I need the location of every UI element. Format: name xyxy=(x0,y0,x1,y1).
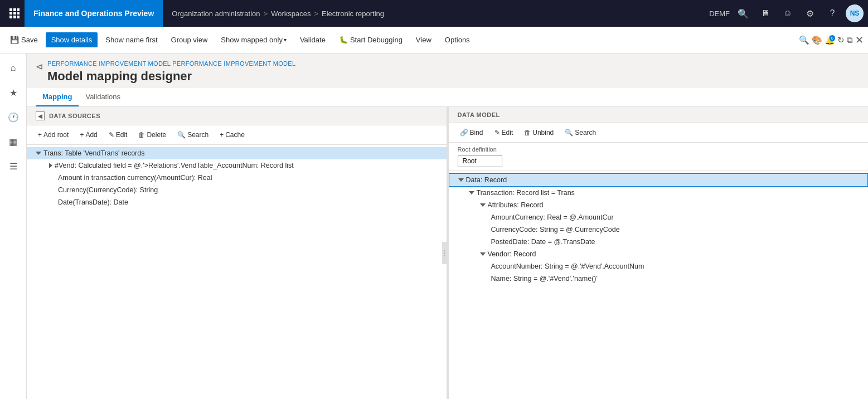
tree-item-date[interactable]: Date(TransDate): Date xyxy=(27,196,447,208)
drag-handle[interactable]: ⋮ xyxy=(440,249,448,257)
toolbar-expand-icon[interactable]: ⧉ xyxy=(847,35,853,45)
amount-label: Amount in transaction currency(AmountCur… xyxy=(58,174,442,182)
ds-cache-icon: + xyxy=(220,131,224,139)
add-root-label: Add root xyxy=(43,131,69,139)
expand-icon-data xyxy=(458,178,464,182)
app-grid-icon[interactable] xyxy=(4,3,25,23)
filter-icon[interactable]: ⊲ xyxy=(36,61,43,72)
main-layout: ⌂ ★ 🕐 ▦ ☰ ⊲ PERFORMANCE IMPROVEMENT MODE… xyxy=(0,53,868,399)
toolbar-search-icon[interactable]: 🔍 xyxy=(799,35,809,45)
unbind-icon: 🗑 xyxy=(524,129,531,137)
ds-search-button[interactable]: 🔍 Search xyxy=(173,129,213,141)
dm-search-button[interactable]: 🔍 Search xyxy=(560,126,600,139)
svg-rect-4 xyxy=(13,12,16,14)
sidebar-workspaces-icon[interactable]: ▦ xyxy=(3,132,23,152)
svg-rect-5 xyxy=(17,12,20,14)
toolbar-notify-icon[interactable]: 🔔0 xyxy=(825,35,835,45)
validate-button[interactable]: Validate xyxy=(294,32,331,47)
smiley-icon[interactable]: ☺ xyxy=(779,4,797,22)
breadcrumb-er[interactable]: Electronic reporting xyxy=(322,9,384,18)
save-button[interactable]: 💾 Save xyxy=(4,32,43,47)
left-sidebar: ⌂ ★ 🕐 ▦ ☰ xyxy=(0,53,27,399)
chevron-down-icon: ▾ xyxy=(284,37,287,43)
top-right-controls: DEMF 🔍 🖥 ☺ ⚙ ? NS xyxy=(709,4,864,22)
ds-edit-button[interactable]: ✎ Edit xyxy=(104,129,132,141)
group-view-button[interactable]: Group view xyxy=(166,32,214,47)
toolbar-paint-icon[interactable]: 🎨 xyxy=(812,35,822,45)
tree-item-currency-code[interactable]: CurrencyCode: String = @.CurrencyCode xyxy=(449,223,869,236)
ds-edit-icon: ✎ xyxy=(109,131,114,139)
tab-mapping[interactable]: Mapping xyxy=(36,88,79,106)
main-toolbar: 💾 Save Show details Show name first Grou… xyxy=(0,27,868,53)
vendor-label: Vendor: Record xyxy=(488,250,864,258)
tree-item-amount-currency[interactable]: AmountCurrency: Real = @.AmountCur xyxy=(449,211,869,223)
breadcrumb-path: PERFORMANCE IMPROVEMENT MODEL PERFORMANC… xyxy=(47,60,295,67)
account-number-label: AccountNumber: String = @.'#Vend'.Accoun… xyxy=(491,262,864,270)
tree-item-transaction[interactable]: Transaction: Record list = Trans xyxy=(449,187,869,199)
user-avatar[interactable]: NS xyxy=(846,4,864,22)
dm-edit-button[interactable]: ✎ Edit xyxy=(490,126,518,139)
start-debugging-label: Start Debugging xyxy=(350,36,403,44)
ds-collapse-button[interactable]: ◀ xyxy=(36,111,45,120)
expand-icon-vend xyxy=(49,163,52,168)
data-record-label: Data: Record xyxy=(466,176,864,184)
unbind-button[interactable]: 🗑 Unbind xyxy=(520,126,558,139)
save-icon: 💾 xyxy=(10,36,19,44)
tree-item-trans[interactable]: Trans: Table 'VendTrans' records xyxy=(27,147,447,159)
ds-delete-button[interactable]: 🗑 Delete xyxy=(134,129,171,141)
add-root-icon: + xyxy=(38,131,42,139)
tab-validations[interactable]: Validations xyxy=(79,88,127,106)
path-link-1[interactable]: PERFORMANCE IMPROVEMENT MODEL xyxy=(47,60,171,67)
breadcrumb-org[interactable]: Organization administration xyxy=(172,9,260,18)
content-area: ⊲ PERFORMANCE IMPROVEMENT MODEL PERFORMA… xyxy=(27,53,868,399)
dm-edit-label: Edit xyxy=(502,129,513,137)
root-def-label: Root definition xyxy=(458,146,860,153)
ds-delete-label: Delete xyxy=(147,131,166,139)
search-icon[interactable]: 🔍 xyxy=(734,4,752,22)
add-icon: + xyxy=(80,131,84,139)
view-label: View xyxy=(416,36,431,44)
toolbar-refresh-icon[interactable]: ↻ xyxy=(837,35,845,45)
dm-search-label: Search xyxy=(575,129,596,137)
group-view-label: Group view xyxy=(171,36,208,44)
settings-icon[interactable]: ⚙ xyxy=(801,4,819,22)
view-button[interactable]: View xyxy=(410,32,437,47)
tree-item-vend[interactable]: #Vend: Calculated field = @.'>Relations'… xyxy=(27,159,447,172)
show-mapped-only-dropdown[interactable]: Show mapped only ▾ xyxy=(215,32,292,47)
tree-item-account-number[interactable]: AccountNumber: String = @.'#Vend'.Accoun… xyxy=(449,260,869,273)
monitor-icon[interactable]: 🖥 xyxy=(757,4,774,22)
mapping-area: ◀ DATA SOURCES + Add root + Add ✎ Edit xyxy=(27,107,868,399)
sidebar-home-icon[interactable]: ⌂ xyxy=(3,58,23,78)
show-name-first-button[interactable]: Show name first xyxy=(100,32,163,47)
add-button[interactable]: + Add xyxy=(75,129,101,141)
show-details-button[interactable]: Show details xyxy=(46,32,98,47)
debug-icon: 🐛 xyxy=(339,36,348,44)
save-label: Save xyxy=(21,36,38,44)
sidebar-star-icon[interactable]: ★ xyxy=(3,82,23,103)
options-button[interactable]: Options xyxy=(439,32,476,47)
root-definition: Root definition Root xyxy=(449,143,869,171)
help-icon[interactable]: ? xyxy=(823,4,841,22)
tree-item-posted-date[interactable]: PostedDate: Date = @.TransDate xyxy=(449,236,869,248)
sidebar-list-icon[interactable]: ☰ xyxy=(3,156,23,176)
toolbar-close-button[interactable]: ✕ xyxy=(855,34,864,46)
tree-item-amount[interactable]: Amount in transaction currency(AmountCur… xyxy=(27,172,447,184)
sidebar-recent-icon[interactable]: 🕐 xyxy=(3,107,23,127)
ds-cache-button[interactable]: + Cache xyxy=(215,129,249,141)
date-label: Date(TransDate): Date xyxy=(58,198,442,206)
tree-item-currency[interactable]: Currency(CurrencyCode): String xyxy=(27,184,447,196)
tree-item-attributes[interactable]: Attributes: Record xyxy=(449,199,869,211)
path-link-2[interactable]: PERFORMANCE IMPROVEMENT MODEL xyxy=(172,60,295,67)
data-model-panel: DATA MODEL 🔗 Bind ✎ Edit 🗑 Unbind xyxy=(449,107,869,399)
svg-rect-7 xyxy=(13,16,16,18)
tree-item-vendor[interactable]: Vendor: Record xyxy=(449,248,869,260)
breadcrumb-workspaces[interactable]: Workspaces xyxy=(271,9,311,18)
bind-button[interactable]: 🔗 Bind xyxy=(455,126,488,139)
start-debugging-button[interactable]: 🐛 Start Debugging xyxy=(333,32,408,47)
tenant-label: DEMF xyxy=(709,9,730,18)
tree-item-name[interactable]: Name: String = @.'#Vend'.'name()' xyxy=(449,273,869,285)
add-root-button[interactable]: + Add root xyxy=(33,129,73,141)
tree-item-data-record[interactable]: Data: Record xyxy=(449,173,869,187)
ds-cache-label: Cache xyxy=(225,131,245,139)
currency-label: Currency(CurrencyCode): String xyxy=(58,186,442,194)
